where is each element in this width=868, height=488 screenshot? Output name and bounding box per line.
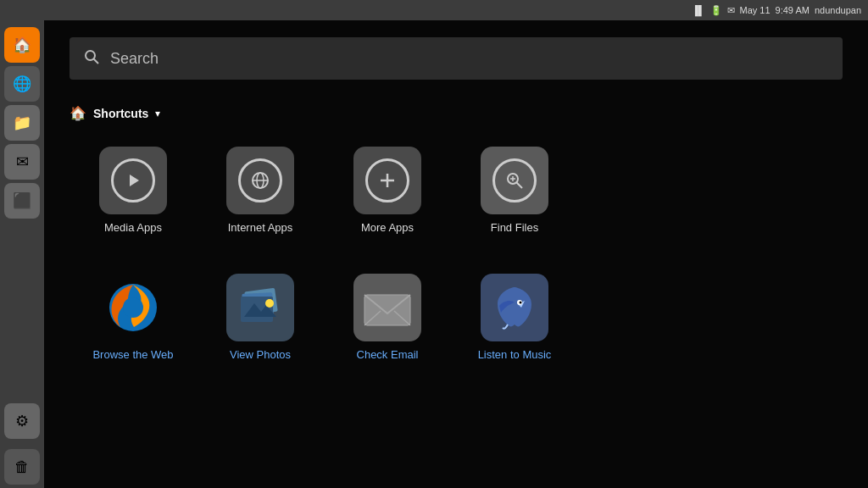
sidebar-item-browser[interactable]: 🌐 (4, 66, 40, 102)
find-files-label: Find Files (491, 221, 538, 234)
svg-line-1 (94, 58, 99, 64)
shortcuts-home-icon: 🏠 (70, 105, 86, 121)
shortcuts-header: 🏠 Shortcuts ▾ (70, 105, 160, 121)
photos-icon (226, 274, 294, 341)
sidebar-item-terminal[interactable]: ⬛ (4, 183, 40, 219)
app-item-listen-music[interactable]: Listen to Music (459, 265, 570, 384)
app-item-check-email[interactable]: Check Email (332, 265, 442, 384)
system-date: May 11 (740, 5, 771, 15)
sidebar-item-trash[interactable]: 🗑 (4, 449, 40, 485)
view-photos-label: View Photos (230, 348, 291, 361)
browse-web-label: Browse the Web (92, 348, 173, 361)
svg-point-25 (520, 302, 522, 304)
media-apps-label: Media Apps (104, 221, 162, 234)
mail-status-icon: ✉ (727, 5, 735, 16)
firefox-icon (99, 274, 167, 341)
svg-point-0 (86, 51, 95, 60)
apps-grid: Media Apps Internet Apps (78, 138, 570, 384)
app-item-internet-apps[interactable]: Internet Apps (205, 138, 315, 257)
shortcuts-dropdown-icon[interactable]: ▾ (155, 108, 160, 119)
shortcuts-label: Shortcuts (93, 107, 148, 120)
system-user: ndundupan (815, 5, 861, 15)
app-item-more-apps[interactable]: More Apps (332, 138, 442, 257)
system-bar-right: ▐▌ 🔋 ✉ May 11 9:49 AM ndundupan (692, 5, 861, 16)
svg-marker-2 (130, 175, 139, 186)
sidebar-item-mail[interactable]: ✉ (4, 144, 40, 180)
search-bar (70, 37, 843, 80)
svg-point-13 (123, 297, 143, 318)
search-icon (83, 48, 100, 69)
email-icon (353, 274, 421, 341)
internet-apps-circle-icon (238, 158, 282, 202)
media-apps-circle-icon (111, 158, 155, 202)
app-item-view-photos[interactable]: View Photos (205, 265, 315, 384)
app-item-media-apps[interactable]: Media Apps (78, 138, 188, 257)
system-time: 9:49 AM (776, 5, 810, 15)
more-apps-label: More Apps (361, 221, 414, 234)
dash-overlay: 🏠 Shortcuts ▾ Media Apps (44, 20, 868, 488)
svg-line-9 (517, 183, 523, 189)
svg-rect-23 (364, 295, 410, 325)
listen-music-label: Listen to Music (478, 348, 552, 361)
sidebar-item-home[interactable]: 🏠 (4, 27, 40, 63)
svg-point-18 (265, 299, 274, 308)
find-files-circle-icon (492, 158, 537, 202)
internet-apps-icon (226, 147, 294, 214)
app-item-browse-web[interactable]: Browse the Web (78, 265, 188, 384)
app-item-find-files[interactable]: Find Files (459, 138, 570, 257)
music-icon (481, 274, 548, 341)
more-apps-icon (353, 147, 421, 214)
check-email-label: Check Email (357, 348, 419, 361)
find-files-icon (481, 147, 548, 214)
internet-apps-label: Internet Apps (228, 221, 293, 234)
system-bar: ▐▌ 🔋 ✉ May 11 9:49 AM ndundupan (0, 0, 868, 20)
media-apps-icon (99, 147, 167, 214)
sidebar-item-files[interactable]: 📁 (4, 105, 40, 141)
unity-sidebar: 🏠 🌐 📁 ✉ ⬛ ⚙ 🗑 (0, 20, 44, 488)
battery-icon: 🔋 (710, 5, 722, 16)
more-apps-circle-icon (365, 158, 409, 202)
sidebar-item-settings[interactable]: ⚙ (4, 403, 40, 439)
search-input[interactable] (110, 50, 829, 68)
signal-icon: ▐▌ (692, 5, 705, 15)
